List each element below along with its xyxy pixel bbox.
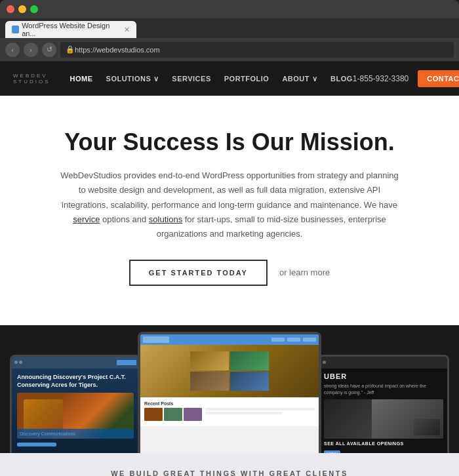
device-screenshots: Announcing Discovery's Project C.A.T. Co… xyxy=(0,325,459,453)
left-screen: Announcing Discovery's Project C.A.T. Co… xyxy=(12,357,139,453)
discovery-headline: Announcing Discovery's Project C.A.T. Co… xyxy=(17,374,134,389)
back-button[interactable]: ‹ xyxy=(5,43,20,57)
uber-view-button[interactable]: VIEW xyxy=(324,450,340,452)
center-logo-bar xyxy=(143,336,169,343)
nav-portfolio[interactable]: PORTFOLIO xyxy=(224,75,269,83)
right-body: UBER strong ideas have a profound impact… xyxy=(320,368,447,453)
logo-sub-text: STUDIOS xyxy=(13,79,50,85)
uber-city-img xyxy=(414,419,440,435)
center-hero-image xyxy=(140,345,319,397)
left-screen-bar xyxy=(12,357,139,368)
hero-section: Your Success Is Our Mission. WebDevStudi… xyxy=(0,96,459,325)
tab-close-icon[interactable]: ✕ xyxy=(124,26,130,34)
post-text-line xyxy=(205,408,315,410)
uber-tagline: strong ideas have a profound impact on w… xyxy=(324,383,443,396)
contact-button[interactable]: CONTACT US xyxy=(418,70,459,87)
nav-home[interactable]: HOME xyxy=(70,75,93,83)
hero-actions: GET STARTED TODAY or learn more xyxy=(39,260,420,286)
forward-button[interactable]: › xyxy=(24,43,38,57)
right-device: UBER strong ideas have a profound impact… xyxy=(318,355,449,453)
address-bar[interactable]: 🔒 https://webdevstudios.com xyxy=(60,42,454,58)
photo-2 xyxy=(230,351,269,370)
website-content: webdev STUDIOS HOME SOLUTIONS ∨ SERVICES… xyxy=(0,62,459,476)
center-device: Recent Posts xyxy=(138,332,321,453)
post-text-line xyxy=(205,412,282,414)
left-screen-content: Announcing Discovery's Project C.A.T. Co… xyxy=(12,357,139,453)
post-text-area xyxy=(203,408,315,421)
url-text: https://webdevstudios.com xyxy=(75,46,160,54)
center-nav-item xyxy=(303,338,316,342)
nav-about[interactable]: ABOUT ∨ xyxy=(282,75,317,83)
discovery-nav-logo xyxy=(117,360,136,365)
cta-bar xyxy=(17,443,56,446)
photo-1 xyxy=(190,351,229,370)
site-logo[interactable]: webdev STUDIOS xyxy=(13,73,50,85)
post-thumb-3 xyxy=(184,408,202,421)
clients-heading: WE BUILD GREAT THINGS WITH GREAT CLIENTS xyxy=(26,469,433,476)
center-screen-content: Recent Posts xyxy=(140,334,319,453)
solutions-link[interactable]: solutions xyxy=(149,214,182,224)
browser-window: WordPress Website Design an... ✕ ‹ › ↺ 🔒… xyxy=(0,0,459,476)
nav-links: HOME SOLUTIONS ∨ SERVICES PORTFOLIO ABOU… xyxy=(70,75,353,83)
hero-description: WebDevStudios provides end-to-end WordPr… xyxy=(59,169,400,241)
phone-number: 1-855-932-3380 xyxy=(353,74,409,83)
left-device: Announcing Discovery's Project C.A.T. Co… xyxy=(10,355,141,453)
center-nav-item xyxy=(271,338,285,342)
hero-title: Your Success Is Our Mission. xyxy=(39,129,420,155)
nav-blog[interactable]: BLOG xyxy=(330,75,353,83)
photo-3 xyxy=(190,372,229,391)
center-photo-grid xyxy=(190,351,269,391)
clients-section: WE BUILD GREAT THINGS WITH GREAT CLIENTS… xyxy=(0,453,459,476)
site-navigation: webdev STUDIOS HOME SOLUTIONS ∨ SERVICES… xyxy=(0,62,459,96)
right-screen-content: UBER strong ideas have a profound impact… xyxy=(320,357,447,453)
lock-icon: 🔒 xyxy=(66,45,75,54)
tab-bar: WordPress Website Design an... ✕ xyxy=(0,18,459,38)
minimize-button[interactable] xyxy=(18,5,26,13)
recent-posts-label: Recent Posts xyxy=(144,401,315,406)
tab-title: WordPress Website Design an... xyxy=(22,22,119,37)
post-thumb-1 xyxy=(144,408,163,421)
get-started-button[interactable]: GET STARTED TODAY xyxy=(129,260,268,286)
browser-tab[interactable]: WordPress Website Design an... ✕ xyxy=(5,21,136,38)
tiger-image: Discovery Communications xyxy=(17,393,134,439)
nav-right: 1-855-932-3380 CONTACT US xyxy=(353,70,459,87)
fullscreen-button[interactable] xyxy=(30,5,38,13)
center-screen: Recent Posts xyxy=(140,334,319,453)
bar-dot xyxy=(19,361,22,364)
titlebar xyxy=(0,0,459,18)
bar-dot xyxy=(323,361,326,364)
nav-solutions[interactable]: SOLUTIONS ∨ xyxy=(106,75,159,83)
service-link[interactable]: service xyxy=(73,214,100,224)
right-screen: UBER strong ideas have a profound impact… xyxy=(320,357,447,453)
browser-toolbar: ‹ › ↺ 🔒 https://webdevstudios.com xyxy=(0,38,459,62)
uber-image xyxy=(324,399,443,439)
uber-logo-text: UBER xyxy=(324,372,443,380)
left-screen-body: Announcing Discovery's Project C.A.T. Co… xyxy=(12,368,139,452)
post-row-1 xyxy=(144,408,315,421)
center-nav-items xyxy=(271,338,316,342)
tiger-overlay-text: Discovery Communications xyxy=(17,429,134,439)
center-nav-item xyxy=(287,338,300,342)
learn-more-link[interactable]: or learn more xyxy=(279,268,330,277)
uber-openings-text: SEE ALL AVAILABLE OPENINGS xyxy=(324,441,443,446)
right-screen-bar xyxy=(320,357,447,368)
tab-favicon xyxy=(12,26,19,33)
refresh-button[interactable]: ↺ xyxy=(42,43,56,57)
center-posts: Recent Posts xyxy=(140,397,319,426)
bar-dot xyxy=(14,361,18,364)
nav-services[interactable]: SERVICES xyxy=(172,75,210,83)
post-thumb-2 xyxy=(164,408,182,421)
close-button[interactable] xyxy=(7,5,14,13)
photo-4 xyxy=(230,372,269,391)
logo-main-text: webdev xyxy=(13,73,50,79)
center-nav-bar xyxy=(140,334,319,345)
